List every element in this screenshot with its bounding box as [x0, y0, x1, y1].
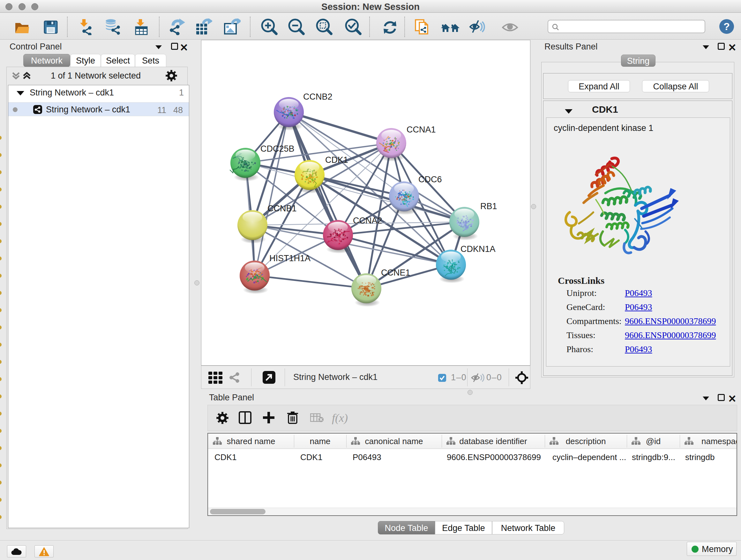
- svg-text:CCNB1: CCNB1: [267, 204, 297, 213]
- svg-text:CDKN1A: CDKN1A: [461, 244, 495, 254]
- svg-text:RB1: RB1: [480, 201, 497, 211]
- svg-text:CDK1: CDK1: [325, 155, 348, 165]
- svg-text:CCNA1: CCNA1: [407, 125, 436, 134]
- svg-text:CDC6: CDC6: [418, 175, 442, 184]
- svg-text:CCNB2: CCNB2: [303, 92, 333, 102]
- svg-text:CCNA2: CCNA2: [353, 216, 382, 226]
- svg-text:CCNE1: CCNE1: [381, 268, 410, 277]
- svg-text:CDC25B: CDC25B: [260, 144, 294, 153]
- svg-text:HIST1H1A: HIST1H1A: [269, 253, 311, 263]
